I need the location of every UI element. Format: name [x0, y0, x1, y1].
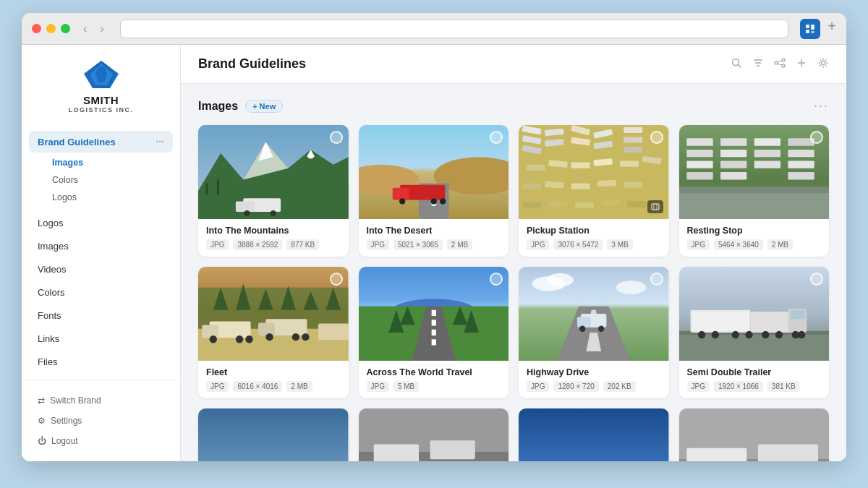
- select-circle-pickup[interactable]: [650, 131, 663, 144]
- svg-point-150: [731, 331, 739, 338]
- image-thumb-semi: [679, 267, 830, 361]
- dimensions-tag: 5464 × 3640: [714, 239, 763, 250]
- image-info-world: Across The World Travel JPG 5 MB: [359, 361, 509, 398]
- new-tab-button[interactable]: +: [827, 19, 836, 39]
- brand-guidelines-more[interactable]: ···: [156, 136, 164, 147]
- address-bar[interactable]: [120, 20, 789, 38]
- dot-red[interactable]: [32, 24, 41, 33]
- svg-point-138: [546, 273, 573, 287]
- image-card-fleet: Fleet JPG 6016 × 4016 2 MB: [198, 267, 349, 398]
- select-circle-desert[interactable]: [490, 131, 503, 144]
- svg-rect-45: [392, 188, 409, 200]
- dimensions-tag: 6016 × 4016: [233, 381, 282, 392]
- image-card-partial-3: [519, 408, 669, 461]
- image-card-desert: Into The Desert JPG 5021 × 3065 2 MB: [359, 125, 509, 257]
- format-tag: JPG: [687, 239, 710, 250]
- svg-rect-94: [788, 172, 814, 179]
- svg-point-108: [210, 335, 217, 343]
- svg-rect-61: [624, 147, 642, 153]
- format-tag: JPG: [687, 381, 710, 392]
- sidebar-item-videos[interactable]: Videos: [29, 258, 173, 281]
- svg-rect-74: [549, 200, 568, 206]
- svg-rect-85: [720, 150, 746, 157]
- svg-point-149: [711, 331, 718, 338]
- switch-icon: ⇄: [38, 395, 45, 406]
- section-title: Images: [198, 100, 238, 113]
- select-circle-semi[interactable]: [810, 273, 823, 286]
- gear-icon[interactable]: [817, 57, 829, 72]
- svg-point-19: [782, 59, 785, 61]
- switch-brand-button[interactable]: ⇄ Switch Brand: [29, 390, 173, 411]
- image-thumb-mountains: [198, 125, 349, 219]
- image-info-semi: Semi Double Trailer JPG 1920 × 1066 381 …: [679, 361, 830, 398]
- select-circle-fleet[interactable]: [330, 273, 343, 286]
- svg-rect-123: [431, 330, 435, 335]
- svg-rect-35: [236, 201, 255, 212]
- svg-point-109: [236, 335, 243, 343]
- nav-forward[interactable]: ›: [97, 21, 106, 37]
- svg-rect-86: [720, 160, 746, 168]
- dimensions-tag: 3076 × 5472: [553, 239, 603, 250]
- sidebar: SMITH LOGISTICS INC. Brand Guidelines ··…: [22, 45, 181, 461]
- sidebar-sub-item-images[interactable]: Images: [45, 154, 173, 171]
- format-tag: JPG: [206, 381, 229, 392]
- sidebar-sub-item-colors[interactable]: Colors: [45, 171, 173, 189]
- section-more[interactable]: ···: [814, 98, 829, 114]
- sidebar-item-files[interactable]: Files: [29, 351, 173, 373]
- brand-guidelines-subnav: Images Colors Logos: [29, 154, 173, 206]
- extension-icon[interactable]: [800, 19, 820, 39]
- svg-rect-33: [217, 179, 219, 194]
- svg-rect-69: [545, 181, 563, 189]
- svg-rect-80: [686, 138, 712, 145]
- image-info-mountains: Into The Mountains JPG 3888 × 2592 877 K…: [198, 219, 349, 257]
- share-icon[interactable]: [774, 57, 786, 72]
- svg-line-21: [778, 61, 782, 62]
- svg-point-139: [616, 281, 647, 294]
- svg-rect-70: [571, 184, 590, 189]
- switch-brand-label: Switch Brand: [50, 395, 101, 406]
- svg-rect-62: [526, 165, 545, 171]
- svg-point-18: [775, 61, 778, 64]
- image-card-semi: Semi Double Trailer JPG 1920 × 1066 381 …: [679, 267, 830, 398]
- svg-rect-112: [258, 322, 275, 335]
- nav-back[interactable]: ‹: [80, 21, 90, 37]
- new-badge[interactable]: + New: [245, 100, 283, 113]
- svg-rect-116: [318, 323, 349, 340]
- svg-point-135: [579, 326, 585, 332]
- sidebar-item-colors[interactable]: Colors: [29, 281, 173, 304]
- sidebar-item-brand-guidelines[interactable]: Brand Guidelines ···: [29, 131, 173, 153]
- search-icon[interactable]: [731, 57, 742, 72]
- sidebar-item-logos[interactable]: Logos: [29, 212, 173, 234]
- select-circle-mountains[interactable]: [330, 131, 343, 144]
- select-circle-resting[interactable]: [810, 131, 823, 144]
- add-icon[interactable]: [796, 57, 807, 72]
- svg-rect-88: [754, 138, 780, 145]
- select-circle-highway[interactable]: [650, 273, 663, 286]
- images-section-header: Images + New ···: [198, 98, 829, 114]
- image-card-resting: Resting Stop JPG 5464 × 3640 2 MB: [679, 125, 830, 257]
- browser-nav: ‹ ›: [80, 21, 107, 37]
- header-actions: [731, 57, 829, 72]
- logout-button[interactable]: ⏻ Logout: [29, 431, 173, 451]
- settings-button[interactable]: ⚙ Settings: [29, 411, 173, 431]
- sidebar-sub-item-logos[interactable]: Logos: [45, 189, 173, 206]
- brand-guidelines-label: Brand Guidelines: [38, 137, 116, 147]
- svg-point-153: [775, 331, 782, 338]
- image-name-resting: Resting Stop: [687, 226, 822, 236]
- svg-point-110: [245, 335, 252, 343]
- sidebar-item-fonts[interactable]: Fonts: [29, 304, 173, 327]
- image-meta-highway: JPG 1280 × 720 202 KB: [527, 381, 661, 392]
- dimensions-tag: 5021 × 3065: [393, 239, 443, 250]
- main-body: Images + New ···: [181, 84, 846, 461]
- image-meta-resting: JPG 5464 × 3640 2 MB: [687, 239, 822, 250]
- select-circle-world[interactable]: [490, 273, 503, 286]
- filter-icon[interactable]: [752, 57, 764, 72]
- dimensions-tag: 3888 × 2592: [233, 239, 282, 250]
- sidebar-item-images[interactable]: Images: [29, 235, 173, 257]
- dot-green[interactable]: [61, 24, 70, 33]
- svg-rect-160: [373, 444, 418, 461]
- dot-yellow[interactable]: [46, 24, 56, 33]
- sidebar-item-links[interactable]: Links: [29, 328, 173, 350]
- image-info-pickup: Pickup Station JPG 3076 × 5472 3 MB: [519, 219, 669, 257]
- svg-rect-96: [679, 187, 830, 193]
